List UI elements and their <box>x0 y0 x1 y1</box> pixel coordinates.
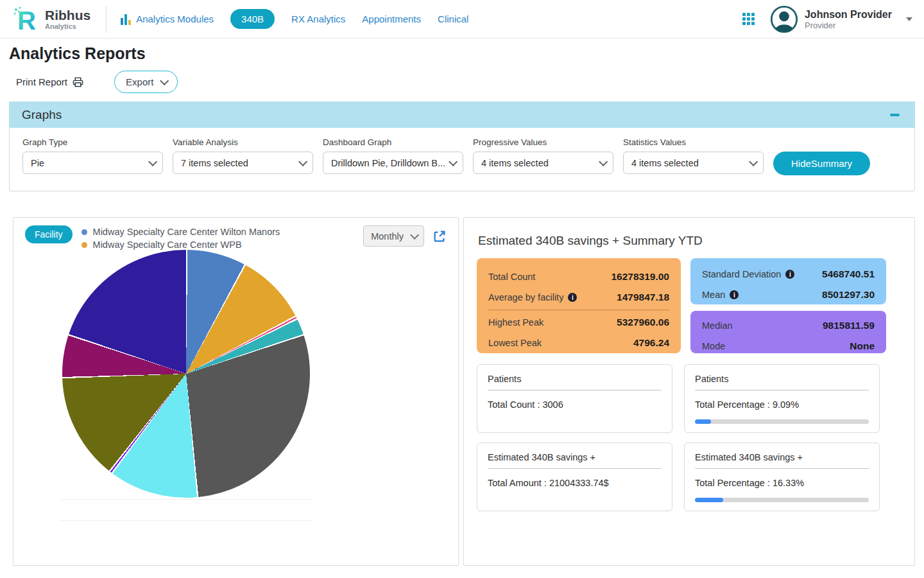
page-title: Analytics Reports <box>9 43 924 64</box>
filter-label: Dashboard Graph <box>323 137 463 147</box>
nav-340b[interactable]: 340B <box>230 9 275 29</box>
brand-subtitle: Analytics <box>45 22 90 30</box>
nav-appointments-label: Appointments <box>362 13 421 24</box>
info-icon[interactable]: i <box>785 270 794 279</box>
stat-row: Average by facility i 1479847.18 <box>488 287 669 308</box>
mini-card-patients-percentage: Patients Total Percentage : 9.09% <box>684 364 880 433</box>
info-icon[interactable]: i <box>568 293 577 302</box>
legend-dot <box>81 242 87 248</box>
dashboard-graph-value: Drilldown Pie, Drilldown B... <box>331 158 449 168</box>
hide-summary-button[interactable]: HideSummary <box>773 152 870 175</box>
stat-box-purple: Median 9815811.59 Mode None <box>690 311 886 353</box>
progress-fill <box>695 498 723 502</box>
mini-card-patients-count: Patients Total Count : 3006 <box>477 364 672 433</box>
nav-rx-analytics-label: RX Analytics <box>291 13 345 24</box>
stat-value: 9815811.59 <box>823 320 875 331</box>
header-divider <box>106 6 107 33</box>
filter-graph-type: Graph Type Pie <box>22 137 163 174</box>
info-icon[interactable]: i <box>730 290 739 299</box>
stat-label: Mean <box>702 290 725 300</box>
mini-card-title: Estimated 340B savings + <box>695 452 869 469</box>
graphs-filter-bar: Graph Type Pie Variable Analysis 7 items… <box>9 128 915 191</box>
mini-card-value: Total Percentage : 9.09% <box>695 399 869 410</box>
chevron-down-icon[interactable] <box>906 17 912 21</box>
statistics-values-select[interactable]: 4 items selected <box>623 152 764 174</box>
mini-card-value: Total Amount : 21004333.74$ <box>488 478 662 488</box>
filter-dashboard-graph: Dashboard Graph Drilldown Pie, Drilldown… <box>323 137 463 174</box>
user-menu[interactable]: Johnson Provider Provider <box>770 5 912 33</box>
svg-text:R: R <box>17 6 36 34</box>
export-button-label: Export <box>126 76 153 87</box>
graph-type-select[interactable]: Pie <box>22 152 163 174</box>
stat-row: Standard Deviation i 5468740.51 <box>702 264 875 285</box>
collapse-minus-icon[interactable] <box>890 114 900 116</box>
stat-label: Standard Deviation <box>702 269 781 279</box>
nav-analytics-modules-label: Analytics Modules <box>136 13 214 24</box>
print-report-button[interactable]: Print Report <box>16 76 83 87</box>
top-nav-bar: R Ribhus Analytics Analytics Modules 340… <box>0 0 924 39</box>
stat-box-orange: Total Count 16278319.00 Average by facil… <box>477 258 681 353</box>
chevron-down-icon <box>749 157 758 166</box>
period-select-value: Monthly <box>371 231 404 241</box>
pie-legend: Midway Specialty Care Center Wilton Mano… <box>81 225 280 252</box>
chart-gridline <box>60 499 313 500</box>
nav-analytics-modules[interactable]: Analytics Modules <box>121 13 214 25</box>
export-button[interactable]: Export <box>114 71 178 93</box>
filter-statistics-values: Statistics Values 4 items selected <box>623 137 764 174</box>
progress-fill <box>695 419 711 424</box>
legend-item[interactable]: Midway Specialty Care Center Wilton Mano… <box>81 227 280 237</box>
filter-label: Statistics Values <box>623 137 764 147</box>
progress-bar <box>695 498 869 502</box>
graphs-panel-header[interactable]: Graphs <box>9 101 915 128</box>
stat-value: 16278319.00 <box>611 271 669 283</box>
stat-value: 8501297.30 <box>822 289 875 301</box>
stat-value: 4796.24 <box>633 337 669 349</box>
variable-analysis-select[interactable]: 7 items selected <box>173 152 313 174</box>
stat-box-blue: Standard Deviation i 5468740.51 Mean i 8… <box>690 258 886 304</box>
ribhus-logo-icon: R <box>12 4 41 34</box>
stat-label: Mode <box>702 341 725 351</box>
chevron-down-icon <box>410 230 419 239</box>
period-select[interactable]: Monthly <box>363 225 424 247</box>
graph-type-value: Pie <box>31 158 148 168</box>
mini-card-savings-amount: Estimated 340B savings + Total Amount : … <box>477 442 672 511</box>
progressive-values-select[interactable]: 4 items selected <box>473 152 613 174</box>
stat-label: Average by facility <box>488 292 563 302</box>
stat-divider <box>488 310 669 310</box>
nav-rx-analytics[interactable]: RX Analytics <box>291 13 345 24</box>
apps-grid-icon[interactable] <box>742 13 755 25</box>
filter-label: Graph Type <box>22 137 163 147</box>
stat-row: Mean i 8501297.30 <box>702 285 875 305</box>
legend-label: Midway Specialty Care Center WPB <box>93 240 242 250</box>
brand-name: Ribhus <box>45 8 90 22</box>
stat-row: Highest Peak 5327960.06 <box>488 312 669 333</box>
filter-progressive-values: Progressive Values 4 items selected <box>473 137 613 174</box>
pie-chart[interactable] <box>62 250 310 498</box>
dashboard-graph-select[interactable]: Drilldown Pie, Drilldown B... <box>323 152 463 174</box>
progress-bar <box>695 419 869 424</box>
summary-card: Estimated 340B savings + Summary YTD Tot… <box>463 217 915 566</box>
graphs-panel-title: Graphs <box>22 108 62 122</box>
nav-appointments[interactable]: Appointments <box>362 13 421 24</box>
avatar <box>770 5 798 33</box>
stat-label: Median <box>702 320 733 331</box>
mini-card-title: Patients <box>488 374 662 390</box>
chevron-down-icon <box>298 157 307 166</box>
nav-340b-label: 340B <box>241 13 264 24</box>
nav-clinical[interactable]: Clinical <box>438 13 468 24</box>
main-nav: Analytics Modules 340B RX Analytics Appo… <box>121 9 468 29</box>
chevron-down-icon <box>148 157 157 166</box>
report-toolbar: Print Report Export <box>16 71 924 93</box>
user-name: Johnson Provider <box>805 8 892 21</box>
legend-label: Midway Specialty Care Center Wilton Mano… <box>93 227 280 237</box>
stat-row: Median 9815811.59 <box>702 315 875 336</box>
chevron-down-icon <box>599 157 608 166</box>
mini-card-title: Estimated 340B savings + <box>488 452 662 469</box>
filter-variable-analysis: Variable Analysis 7 items selected <box>173 137 313 174</box>
chevron-down-icon <box>449 157 458 166</box>
stat-value: 5327960.06 <box>617 317 669 328</box>
brand-logo: R Ribhus Analytics <box>12 4 90 34</box>
legend-item[interactable]: Midway Specialty Care Center WPB <box>81 240 280 250</box>
expand-icon[interactable] <box>432 229 447 243</box>
bar-chart-icon <box>121 13 131 25</box>
